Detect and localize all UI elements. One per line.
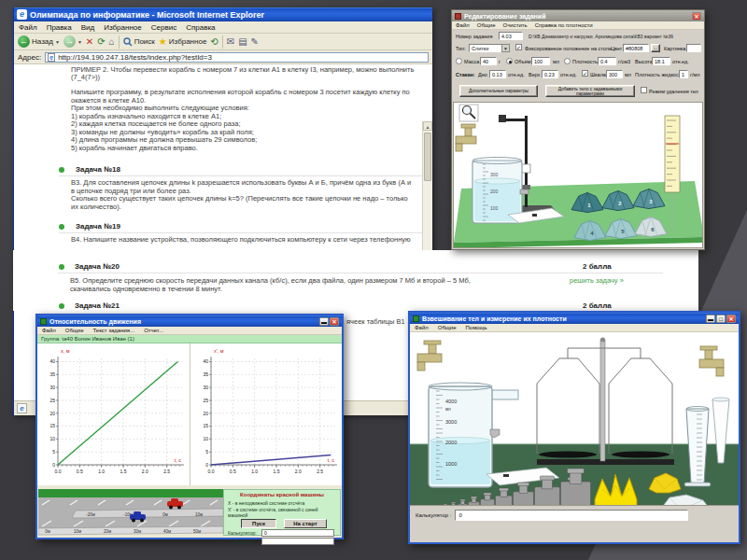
label: 15 [49, 423, 55, 428]
faucet-icon[interactable] [456, 124, 476, 151]
balance-pan-left[interactable] [539, 452, 597, 458]
maximize-button[interactable]: □ [716, 315, 726, 323]
menu-favorites[interactable]: Избранное [99, 23, 147, 32]
menu-file[interactable]: Файл [452, 22, 473, 28]
menu-task-text[interactable]: Текст задания... [89, 328, 140, 333]
menu-common[interactable]: Общие [433, 325, 461, 330]
menu-view[interactable]: Вид [77, 23, 99, 32]
editor-form: Номер задания 4.03 D:\КВ Динамометр и на… [452, 30, 704, 101]
calculator-input[interactable]: 0 [455, 510, 688, 521]
minimize-button[interactable]: ▬ [706, 315, 715, 323]
address-label: Адрес: [18, 53, 41, 62]
back-dropdown-icon[interactable]: ▼ [55, 39, 60, 45]
favorites-button[interactable]: ★ Избранное [159, 35, 207, 48]
menu-file[interactable]: Файл [14, 23, 42, 32]
stop-icon[interactable]: ✕ [86, 35, 93, 48]
label: 3000 [445, 419, 457, 425]
label: 1.5 [120, 469, 127, 474]
reset-button[interactable]: На старт [284, 519, 327, 528]
scrollbar-thumb[interactable] [424, 133, 431, 181]
refresh-icon[interactable]: ⟳ [97, 35, 105, 48]
editor-titlebar[interactable]: Редактирование заданий ✕ [452, 10, 704, 21]
label: 2.5 [163, 469, 170, 474]
label: 10 [49, 436, 55, 441]
calculator-label: Калькулятор: [228, 530, 257, 536]
menu-file[interactable]: Файл [37, 328, 61, 333]
start-button[interactable]: Пуск [241, 519, 276, 528]
label: x', м [214, 348, 224, 354]
close-button[interactable]: ✕ [330, 317, 339, 326]
motion-titlebar[interactable]: Относительность движения ▬ ✕ [37, 315, 342, 327]
menu-clear[interactable]: Очистить [500, 22, 531, 28]
volume-radio[interactable] [506, 58, 513, 64]
close-button[interactable]: ✕ [692, 12, 701, 21]
scroll-up-icon[interactable]: ▲ [423, 121, 432, 131]
scale-checkbox[interactable]: ✓ [582, 70, 588, 77]
chevron-down-icon[interactable]: ▼ [501, 44, 510, 52]
history-icon[interactable]: ⟲ [210, 35, 218, 48]
address-input[interactable]: e http://194.190.247.18/tests/index.php?… [45, 52, 429, 63]
menu-common[interactable]: Общие [61, 328, 89, 333]
mass-radio[interactable] [456, 58, 462, 64]
menu-report[interactable]: Отчет... [139, 328, 168, 333]
volume-field[interactable]: 100 [531, 57, 550, 65]
height-field[interactable]: 18.1 [652, 57, 670, 65]
address-url: http://194.190.247.18/tests/index.php?te… [58, 53, 212, 62]
faucet-icon[interactable] [417, 341, 442, 371]
solve-task-link[interactable]: решить задачу » [570, 276, 624, 285]
editor-sim-canvas: 300200100 123456 [453, 102, 703, 248]
print-icon[interactable]: ▤ [238, 35, 247, 48]
weighing-sim-canvas: 4000мл300020001000 [410, 332, 739, 525]
balance-pan-right[interactable] [612, 452, 669, 458]
color-field[interactable]: #80808 [623, 44, 649, 52]
beaker-tap[interactable] [520, 189, 529, 194]
task-bullet-icon [59, 303, 64, 309]
task-number-field[interactable]: 4.03 [499, 32, 523, 40]
edit-icon[interactable]: ✎ [251, 35, 259, 48]
fixed-position-checkbox[interactable]: ✓ [515, 44, 522, 50]
extra-params-button[interactable]: Дополнительные параметры [459, 85, 538, 97]
menu-density-help[interactable]: Справка по плотности [531, 22, 597, 28]
delete-mode-checkbox[interactable] [641, 87, 647, 93]
forward-dropdown-icon[interactable]: ▼ [78, 39, 82, 45]
task-18-text: Сколько всего существует таких цепочек д… [71, 195, 408, 203]
density-radio[interactable] [564, 58, 571, 64]
mail-icon[interactable]: ✉ [227, 35, 234, 48]
position-chart-moving-frame: 05101520253035400.00.51.01.52.02.5x', мt… [192, 344, 342, 484]
magnifier-icon[interactable] [459, 105, 478, 121]
calculator-input[interactable]: 0 [261, 529, 334, 537]
mass-field[interactable]: 40 [480, 57, 497, 65]
notes-input[interactable] [261, 538, 334, 545]
menu-tools[interactable]: Сервис [147, 23, 181, 32]
home-icon[interactable]: ⌂ [109, 35, 115, 48]
density-field[interactable]: 0.4 [598, 57, 616, 65]
faucet-icon[interactable] [699, 346, 724, 376]
color-browse-button[interactable]: ... [651, 44, 660, 52]
label: 30м [134, 529, 141, 534]
weighing-titlebar[interactable]: Взвешивание тел и измерение их плотности… [410, 313, 739, 324]
example-code: (7_4(7>)) [71, 74, 100, 82]
label: 5 [52, 449, 55, 455]
group-info-bar: Группа: ta40 Бопин Иванов Иван (1) [37, 335, 342, 343]
label: 50м [193, 529, 201, 534]
minimize-button[interactable]: ▬ [319, 317, 329, 326]
task-19-text: В4. Напишите название устройства, позвол… [71, 236, 411, 245]
search-button[interactable]: Поиск [123, 37, 155, 47]
forward-button[interactable]: → ▼ [63, 35, 82, 48]
liquid-density-field[interactable]: 1 [679, 70, 688, 78]
label: 10м [195, 512, 203, 517]
label: 35 [203, 371, 208, 377]
menu-common[interactable]: Общие [473, 22, 500, 28]
menu-edit[interactable]: Правка [42, 23, 77, 32]
ie-titlebar[interactable]: e Олимпиада по информатике - Microsoft I… [14, 7, 432, 21]
scale-field[interactable]: 300 [606, 70, 623, 78]
menu-help[interactable]: Справка [181, 23, 219, 32]
glass-bottom-field[interactable]: 0.13 [489, 70, 506, 78]
menu-help[interactable]: Помощь [461, 325, 492, 330]
picture-field[interactable] [686, 44, 701, 52]
add-body-button[interactable]: Добавить тело с задаваемыми параметрами [545, 85, 635, 97]
close-button[interactable]: ✕ [726, 315, 736, 323]
menu-file[interactable]: Файл [410, 325, 433, 330]
back-button[interactable]: ← Назад ▼ [18, 35, 60, 48]
glass-top-field[interactable]: 0.23 [542, 70, 558, 78]
